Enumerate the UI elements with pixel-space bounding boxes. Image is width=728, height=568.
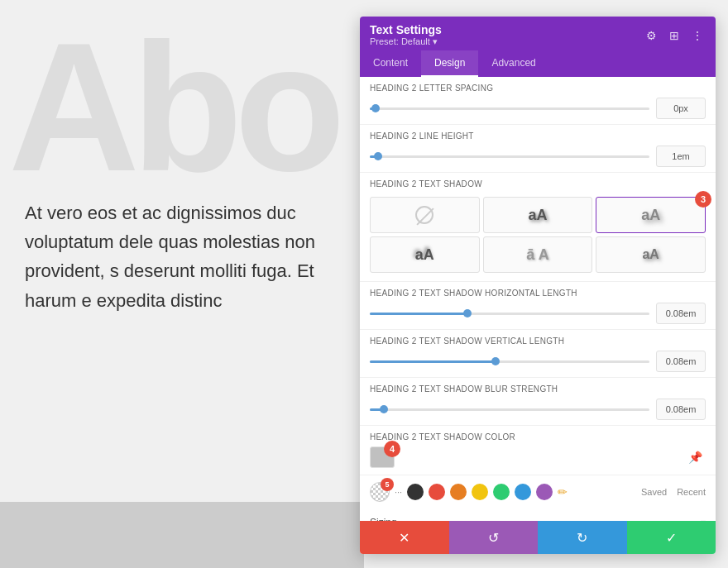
- shadow-badge-3: 3: [695, 191, 711, 208]
- shadow-h-length-value[interactable]: 0.08em: [656, 303, 706, 324]
- line-height-label: Heading 2 Line Height: [370, 131, 706, 141]
- color-swatch-orange[interactable]: [450, 484, 467, 500]
- panel-title-area: Text Settings Preset: Default ▾: [370, 23, 442, 47]
- color-swatch-black[interactable]: [407, 484, 424, 500]
- sizing-section[interactable]: Sizing ▾: [360, 508, 716, 521]
- line-height-row: Heading 2 Line Height 1em: [360, 125, 716, 173]
- badge-5: 5: [381, 478, 394, 491]
- color-swatch-yellow[interactable]: [472, 484, 488, 500]
- shadow-blur-value[interactable]: 0.08em: [656, 399, 706, 420]
- line-height-thumb[interactable]: [374, 152, 382, 160]
- saved-label[interactable]: Saved: [641, 487, 667, 497]
- color-swatch-purple[interactable]: [536, 484, 553, 500]
- color-picker-row: 5 ··· ✏ Saved Recent: [360, 475, 716, 508]
- shadow-h-length-track: [370, 313, 649, 315]
- line-height-track: [370, 155, 649, 158]
- reset-button[interactable]: ↺: [449, 521, 539, 554]
- shadow-v-length-control: 0.08em: [370, 351, 706, 372]
- tab-advanced[interactable]: Advanced: [478, 50, 548, 77]
- tab-design[interactable]: Design: [421, 50, 478, 77]
- shadow-option-3[interactable]: aA: [370, 236, 480, 273]
- letter-spacing-slider[interactable]: [370, 102, 649, 115]
- no-shadow-circle: [415, 206, 433, 224]
- more-colors-button[interactable]: ···: [395, 487, 402, 497]
- color-swatch-red[interactable]: [429, 484, 445, 500]
- shadow-blur-control: 0.08em: [370, 399, 706, 420]
- letter-spacing-track: [370, 107, 649, 110]
- pencil-icon[interactable]: ✏: [558, 485, 568, 499]
- more-icon[interactable]: ⋮: [689, 27, 706, 44]
- save-button[interactable]: ✓: [627, 521, 716, 554]
- shadow-color-swatch[interactable]: 4: [370, 446, 395, 468]
- letter-spacing-label: Heading 2 Letter Spacing: [370, 84, 706, 93]
- shadow-v-length-slider[interactable]: [370, 355, 649, 368]
- panel-preset[interactable]: Preset: Default ▾: [370, 36, 442, 47]
- shadow-color-row: Heading 2 Text Shadow Color 4 📌: [360, 426, 716, 475]
- shadow-blur-thumb[interactable]: [380, 405, 388, 413]
- line-height-value[interactable]: 1em: [656, 146, 706, 167]
- shadow-h-length-fill: [370, 313, 467, 315]
- shadow-text-2: aA: [641, 207, 660, 224]
- shadow-text-3: aA: [415, 246, 434, 264]
- shadow-option-4[interactable]: ā A: [483, 236, 593, 273]
- shadow-option-none[interactable]: [370, 197, 480, 233]
- shadow-blur-slider[interactable]: [370, 403, 649, 416]
- background-body-text: At vero eos et ac dignissimos duc volupt…: [25, 198, 356, 315]
- shadow-h-length-row: Heading 2 Text Shadow Horizontal Length …: [360, 282, 716, 330]
- checkered-swatch[interactable]: 5: [370, 482, 390, 502]
- shadow-v-length-row: Heading 2 Text Shadow Vertical Length 0.…: [360, 330, 716, 378]
- color-pin-icon: 📌: [688, 451, 702, 464]
- letter-spacing-row: Heading 2 Letter Spacing 0px: [360, 77, 716, 125]
- shadow-color-label: Heading 2 Text Shadow Color: [370, 432, 706, 442]
- color-swatch-blue[interactable]: [515, 484, 531, 500]
- background-large-text: Abo: [8, 17, 338, 198]
- shadow-text-4: ā A: [526, 246, 548, 264]
- saved-recent-labels: Saved Recent: [641, 487, 706, 497]
- refresh-button[interactable]: ↻: [538, 521, 627, 554]
- shadow-v-length-label: Heading 2 Text Shadow Vertical Length: [370, 337, 706, 346]
- shadow-v-length-fill: [370, 360, 496, 363]
- panel-footer: ✕ ↺ ↻ ✓: [360, 521, 716, 554]
- shadow-color-control: 4 📌: [370, 446, 706, 468]
- shadow-option-1[interactable]: aA: [483, 197, 593, 233]
- text-shadow-row: Heading 2 Text Shadow aA aA 3: [360, 173, 716, 282]
- shadow-h-length-slider[interactable]: [370, 307, 649, 320]
- tab-content[interactable]: Content: [360, 50, 421, 77]
- shadow-text-5: aA: [642, 247, 659, 262]
- shadow-text-1: aA: [528, 207, 547, 224]
- shadow-h-length-label: Heading 2 Text Shadow Horizontal Length: [370, 289, 706, 298]
- letter-spacing-value[interactable]: 0px: [656, 98, 706, 119]
- letter-spacing-control: 0px: [370, 98, 706, 119]
- panel-header-top: Text Settings Preset: Default ▾ ⚙ ⊞ ⋮: [370, 23, 706, 47]
- shadow-h-length-control: 0.08em: [370, 303, 706, 324]
- shadow-v-length-thumb[interactable]: [491, 357, 500, 365]
- shadow-h-length-thumb[interactable]: [463, 309, 472, 317]
- no-shadow-line: [417, 208, 434, 225]
- background-bottom-bar: [0, 502, 364, 568]
- recent-label[interactable]: Recent: [677, 487, 706, 497]
- line-height-slider[interactable]: [370, 150, 649, 163]
- text-settings-panel: Text Settings Preset: Default ▾ ⚙ ⊞ ⋮ Co…: [360, 17, 716, 554]
- settings-icon[interactable]: ⚙: [643, 27, 659, 44]
- panel-header: Text Settings Preset: Default ▾ ⚙ ⊞ ⋮: [360, 17, 716, 50]
- shadow-color-badge-4: 4: [384, 441, 400, 457]
- panel-tabs: Content Design Advanced: [360, 50, 716, 77]
- text-shadow-label: Heading 2 Text Shadow: [370, 179, 706, 189]
- panel-content[interactable]: Heading 2 Letter Spacing 0px Heading 2 L…: [360, 77, 716, 521]
- shadow-v-length-value[interactable]: 0.08em: [656, 351, 706, 372]
- shadow-option-2[interactable]: aA 3: [596, 197, 706, 233]
- shadow-option-5[interactable]: aA: [596, 236, 706, 273]
- shadow-options-grid: aA aA 3 aA ā A aA: [370, 193, 706, 276]
- shadow-blur-row: Heading 2 Text Shadow Blur Strength 0.08…: [360, 378, 716, 426]
- letter-spacing-thumb[interactable]: [371, 104, 380, 112]
- color-swatch-green[interactable]: [493, 484, 510, 500]
- cancel-button[interactable]: ✕: [360, 521, 449, 554]
- shadow-v-length-track: [370, 360, 649, 363]
- shadow-blur-track: [370, 408, 649, 411]
- shadow-blur-label: Heading 2 Text Shadow Blur Strength: [370, 384, 706, 394]
- panel-title: Text Settings: [370, 23, 442, 36]
- grid-icon[interactable]: ⊞: [666, 27, 682, 44]
- line-height-control: 1em: [370, 146, 706, 167]
- panel-header-icons: ⚙ ⊞ ⋮: [643, 27, 706, 44]
